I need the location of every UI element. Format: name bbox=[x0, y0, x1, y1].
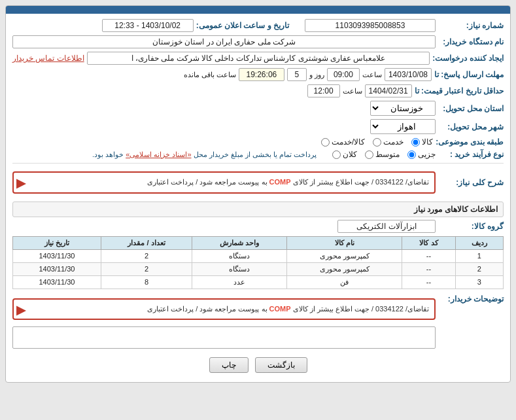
radio-kalan-input[interactable] bbox=[332, 150, 341, 159]
radio-kala-khedmat-label: کالا/خدمت bbox=[332, 137, 365, 147]
purchase-type-label: نوع فرآیند خرید : bbox=[438, 150, 504, 159]
date-label: تاریخ و ساعت اعلان عمومی: bbox=[196, 21, 289, 30]
cell-qty: 2 bbox=[101, 262, 192, 275]
date-value: 1403/10/02 - 12:33 bbox=[102, 19, 194, 32]
row-city: شهر محل تحویل: اهواز bbox=[12, 119, 504, 134]
price-date: 1404/02/31 bbox=[365, 84, 412, 97]
purchase-link[interactable]: «اسناد خزانه اسلامی» bbox=[126, 150, 191, 158]
row-province: استان محل تحویل: خوزستان bbox=[12, 101, 504, 116]
radio-khedmat-input[interactable] bbox=[373, 138, 381, 147]
buyer-comp-text: COMP bbox=[269, 305, 291, 313]
cell-unit: دستگاه bbox=[192, 249, 287, 262]
cell-name: کمپرسور محوری bbox=[286, 262, 402, 275]
print-button[interactable]: چاپ bbox=[209, 357, 249, 373]
radio-kala[interactable]: کالا bbox=[411, 137, 433, 147]
row-need-number: شماره نیاز: 1103093985008853 تاریخ و ساع… bbox=[12, 19, 504, 32]
table-row: 2 -- کمپرسور محوری دستگاه 2 1403/11/30 bbox=[13, 262, 504, 275]
description-box: ▶ تقاضای/ 0334122 / جهت اطلاع بیشتر از ک… bbox=[12, 171, 436, 194]
reply-deadline-label: مهلت ارسال پاسخ: تا bbox=[434, 70, 504, 79]
cell-qty: 8 bbox=[101, 275, 192, 289]
cell-row: 2 bbox=[455, 262, 503, 275]
row-buyer-notes: توضیحات خریدار: ▶ تقاضای/ 0334122 / جهت … bbox=[12, 294, 504, 351]
creator-label: ایجاد کننده درخواست: bbox=[432, 54, 504, 63]
reply-time: 09:00 bbox=[327, 68, 360, 81]
city-select[interactable]: اهواز bbox=[370, 119, 436, 134]
th-code: کد کالا bbox=[402, 236, 455, 249]
reply-days: 5 bbox=[287, 68, 307, 81]
buyer-notes-value: تقاضای/ 0334122 / جهت اطلاع بیشتر از کال… bbox=[147, 305, 429, 313]
cell-row: 3 bbox=[455, 275, 503, 289]
cell-name: فن bbox=[286, 275, 402, 289]
goods-info-header: اطلاعات کالاهای مورد نیاز bbox=[12, 201, 504, 217]
comp-text: COMP bbox=[269, 178, 291, 186]
back-button[interactable]: بازگشت bbox=[255, 357, 307, 373]
cell-row: 1 bbox=[455, 249, 503, 262]
buyer-notes-label: توضیحات خریدار: bbox=[438, 294, 504, 304]
province-label: استان محل تحویل: bbox=[438, 104, 504, 113]
radio-kala-input[interactable] bbox=[411, 138, 420, 147]
reply-remaining: 19:26:06 bbox=[239, 68, 284, 81]
th-row: ردیف bbox=[455, 236, 503, 249]
buyer-value: شرکت ملی حفاری ایران در استان خوزستان bbox=[12, 35, 436, 48]
buyer-notes-container: ▶ تقاضای/ 0334122 / جهت اطلاع بیشتر از ک… bbox=[12, 294, 436, 351]
radio-jozii[interactable]: جزیی bbox=[407, 150, 436, 159]
row-description: شرح کلی نیاز: ▶ تقاضای/ 0334122 / جهت اط… bbox=[12, 167, 504, 198]
province-select[interactable]: خوزستان bbox=[370, 101, 436, 116]
divider-1 bbox=[12, 163, 504, 164]
card-header bbox=[6, 6, 510, 14]
need-number-label: شماره نیاز: bbox=[438, 21, 504, 30]
table-header: ردیف کد کالا نام کالا واحد شمارش تعداد /… bbox=[13, 236, 504, 249]
creator-link[interactable]: اطلاعات تماس خریدار bbox=[12, 54, 84, 63]
table-row: 3 -- فن عدد 8 1403/11/30 bbox=[13, 275, 504, 289]
radio-kala-khedmat-input[interactable] bbox=[321, 138, 330, 147]
row-price-deadline: حداقل تاریخ اعتبار قیمت: تا 1404/02/31 س… bbox=[12, 84, 504, 97]
cell-unit: عدد bbox=[192, 275, 287, 289]
row-reply-deadline: مهلت ارسال پاسخ: تا 1403/10/08 ساعت 09:0… bbox=[12, 68, 504, 81]
radio-kalan-label: کلان bbox=[343, 150, 357, 159]
cell-code: -- bbox=[402, 275, 455, 289]
cell-unit: دستگاه bbox=[192, 262, 287, 275]
radio-kalan[interactable]: کلان bbox=[332, 150, 357, 159]
price-deadline-label: حداقل تاریخ اعتبار قیمت: تا bbox=[415, 86, 504, 96]
th-name: نام کالا bbox=[286, 236, 402, 249]
city-label: شهر محل تحویل: bbox=[438, 122, 504, 131]
radio-kala-label: کالا bbox=[422, 137, 433, 147]
need-number-value: 1103093985008853 bbox=[305, 19, 436, 32]
cell-date: 1403/11/30 bbox=[13, 275, 101, 289]
buyer-notes-box: ▶ تقاضای/ 0334122 / جهت اطلاع بیشتر از ک… bbox=[12, 298, 436, 321]
radio-jozii-input[interactable] bbox=[407, 150, 416, 159]
radio-motavaset[interactable]: متوسط bbox=[365, 150, 400, 159]
goods-table: ردیف کد کالا نام کالا واحد شمارش تعداد /… bbox=[12, 236, 504, 289]
table-row: 1 -- کمپرسور محوری دستگاه 2 1403/11/30 bbox=[13, 249, 504, 262]
reply-inline-group: 1403/10/08 ساعت 09:00 روز و 5 19:26:06 س… bbox=[184, 68, 432, 81]
buyer-notes-textarea[interactable] bbox=[12, 326, 436, 349]
main-card: شماره نیاز: 1103093985008853 تاریخ و ساع… bbox=[5, 5, 511, 383]
radio-jozii-label: جزیی bbox=[418, 150, 436, 159]
buyer-label: نام دستگاه خریدار: bbox=[438, 37, 504, 46]
reply-time-label: ساعت bbox=[362, 71, 382, 79]
radio-khedmat[interactable]: خدمت bbox=[373, 137, 404, 147]
radio-motavaset-input[interactable] bbox=[365, 150, 373, 159]
cell-date: 1403/11/30 bbox=[13, 262, 101, 275]
cell-qty: 2 bbox=[101, 249, 192, 262]
description-label: شرح کلی نیاز: bbox=[438, 178, 504, 187]
cell-code: -- bbox=[402, 262, 455, 275]
th-date: تاریخ نیاز bbox=[13, 236, 101, 249]
goods-group-label: گروه کالا: bbox=[438, 222, 504, 231]
purchase-type-radio-group: کلان متوسط جزیی bbox=[332, 150, 436, 159]
th-unit: واحد شمارش bbox=[192, 236, 287, 249]
radio-kala-khedmat[interactable]: کالا/خدمت bbox=[321, 137, 365, 147]
table-body: 1 -- کمپرسور محوری دستگاه 2 1403/11/30 2… bbox=[13, 249, 504, 289]
cell-code: -- bbox=[402, 249, 455, 262]
creator-value: علامعباس عفاری شوشتری کارشناس تدارکات دا… bbox=[87, 52, 430, 65]
price-time: 12:00 bbox=[307, 84, 340, 97]
description-value: تقاضای/ 0334122 / جهت اطلاع بیشتر از کال… bbox=[147, 178, 429, 186]
category-label: طبقه بندی موضوعی: bbox=[436, 137, 504, 147]
purchase-note: پرداخت تمام یا بخشی از مبلغ خریدار محل «… bbox=[92, 150, 317, 159]
category-radio-group: کالا/خدمت خدمت کالا bbox=[321, 137, 433, 147]
row-goods-group: گروه کالا: ابزارآلات الکتریکی bbox=[12, 220, 504, 233]
price-inline-group: 1404/02/31 ساعت 12:00 bbox=[307, 84, 412, 97]
reply-days-label: روز و bbox=[309, 71, 324, 79]
red-arrow-icon: ▶ bbox=[16, 174, 26, 193]
cell-name: کمپرسور محوری bbox=[286, 249, 402, 262]
